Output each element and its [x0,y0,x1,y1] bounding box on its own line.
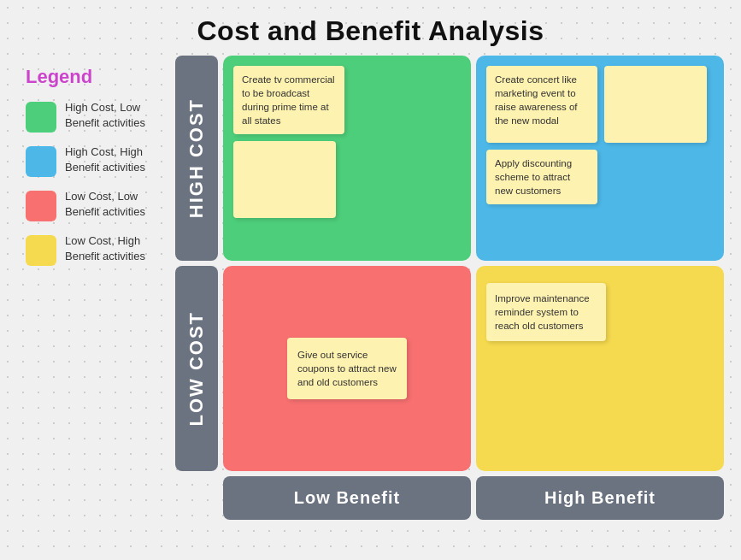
quadrant-rows: High Cost Create tv commercial to be bro… [175,56,724,471]
page-title: Cost and Benefit Analysis [0,0,741,56]
legend-label-hc-hb: High Cost, High Benefit activities [65,144,167,175]
x-label-low-benefit: Low Benefit [223,476,471,520]
legend-color-lc-lb [26,191,56,221]
x-label-spacer [175,476,218,520]
legend-color-hc-hb [26,146,56,177]
chart-area: High Cost Create tv commercial to be bro… [175,56,724,520]
note-6: Give out service coupons to attract new … [287,338,407,399]
legend-label-lc-hb: Low Cost, High Benefit activities [65,233,167,264]
legend-item-hc-lb: High Cost, Low Benefit activities [26,100,167,133]
legend-item-lc-lb: Low Cost, Low Benefit activities [26,189,167,221]
quadrant-lc-lb: Give out service coupons to attract new … [223,266,471,471]
legend-color-hc-lb [26,102,56,133]
low-cost-quadrants: Give out service coupons to attract new … [223,266,724,471]
quadrant-hc-lb: Create tv commercial to be broadcast dur… [223,56,471,261]
note-2 [233,141,336,218]
legend-title: Legend [26,66,167,88]
legend-color-lc-hb [26,235,56,266]
y-label-low-cost: Low Cost [175,266,218,471]
x-label-high-benefit: High Benefit [476,476,724,520]
legend-label-hc-lb: High Cost, Low Benefit activities [65,100,167,131]
blue-top-notes: Create concert like marketing event to r… [486,66,714,143]
legend-item-lc-hb: Low Cost, High Benefit activities [26,233,167,266]
note-1: Create tv commercial to be broadcast dur… [233,66,344,134]
low-cost-row: Low Cost Give out service coupons to att… [175,266,724,471]
legend-label-lc-lb: Low Cost, Low Benefit activities [65,189,167,220]
note-3: Create concert like marketing event to r… [486,66,597,143]
legend-item-hc-hb: High Cost, High Benefit activities [26,144,167,177]
x-labels-row: Low Benefit High Benefit [175,476,724,520]
high-cost-row: High Cost Create tv commercial to be bro… [175,56,724,261]
quadrant-lc-hb: Improve maintenance reminder system to r… [476,266,724,471]
note-5: Apply discounting scheme to attract new … [486,150,597,204]
main-layout: Legend High Cost, Low Benefit activities… [0,56,741,534]
legend: Legend High Cost, Low Benefit activities… [17,56,175,288]
y-label-high-cost: High Cost [175,56,218,261]
quadrant-hc-hb: Create concert like marketing event to r… [476,56,724,261]
note-7: Improve maintenance reminder system to r… [486,283,606,341]
high-cost-quadrants: Create tv commercial to be broadcast dur… [223,56,724,261]
note-4 [604,66,707,143]
